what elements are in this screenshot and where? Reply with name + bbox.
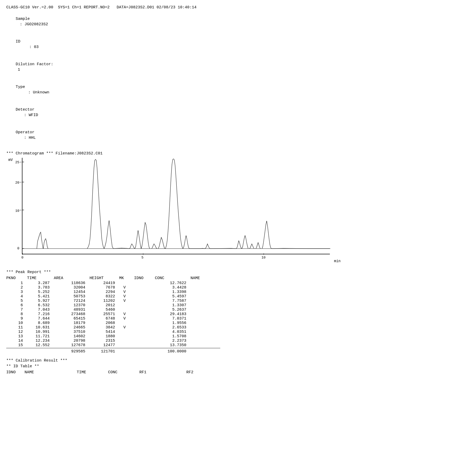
chart-svg: 3.287 3.783 5.252 5.421 5.927 6.532 xyxy=(22,158,330,254)
table-row: 6 6.532 12370 2012 1.3307 xyxy=(6,303,220,308)
id-line: ID : 03 xyxy=(6,33,470,56)
chart-container: 3.287 3.783 5.252 5.421 5.927 6.532 xyxy=(22,158,330,254)
table-header-row: PKNO TIME AREA HEIGHT MK IDNO CONC NAME xyxy=(6,276,220,281)
cell-pkno: 6 xyxy=(6,303,27,308)
x-tickmark-5 xyxy=(143,253,143,255)
cell-pkno: 12 xyxy=(6,330,27,334)
cell-mk xyxy=(119,321,134,325)
cell-pkno: 4 xyxy=(6,294,27,299)
peak-report-title: *** Peak Report *** xyxy=(6,270,470,274)
cell-conc: 13.7350 xyxy=(155,343,191,347)
cell-idno xyxy=(134,290,155,294)
cell-idno xyxy=(134,339,155,343)
cell-conc: 7.7587 xyxy=(155,299,191,303)
cell-conc: 1.5708 xyxy=(155,334,191,339)
cell-area: 65415 xyxy=(54,316,90,321)
cell-conc: 5.4597 xyxy=(155,294,191,299)
calibration-section: *** Calibration Result *** ** ID Table *… xyxy=(6,358,470,375)
y-tick-mark-25 xyxy=(20,162,21,162)
cell-name xyxy=(191,290,220,294)
id-table-title: ** ID Table ** xyxy=(6,364,470,370)
cell-area: 118636 xyxy=(54,281,90,285)
cell-mk: V xyxy=(119,316,134,321)
cal-col-conc: CONC xyxy=(108,370,139,375)
cell-idno xyxy=(134,334,155,339)
cell-time: 10.631 xyxy=(27,325,54,330)
x-unit-label: min xyxy=(334,259,341,263)
cell-height: 24419 xyxy=(90,281,119,285)
cell-name xyxy=(191,299,220,303)
table-row: 1 3.287 118636 24419 12.7622 xyxy=(6,281,220,285)
cell-height: 5460 xyxy=(90,308,119,312)
table-row: 14 12.234 20798 2315 2.2373 xyxy=(6,339,220,343)
cell-name xyxy=(191,339,220,343)
col-pkno: PKNO xyxy=(6,276,27,281)
sample-line: Sample : JGO20823S2 xyxy=(6,10,470,33)
cell-conc: 3.4428 xyxy=(155,285,191,290)
cell-name xyxy=(191,330,220,334)
cell-name xyxy=(191,308,220,312)
cell-mk: V xyxy=(119,290,134,294)
cell-mk xyxy=(119,303,134,308)
cell-conc: 29.4183 xyxy=(155,312,191,316)
cell-mk: V xyxy=(119,285,134,290)
cell-conc: 2.6533 xyxy=(155,325,191,330)
header-line1: CLASS-GC10 Ver.=2.00 SYS=1 Ch=1 REPORT.N… xyxy=(6,5,470,10)
cell-pkno: 3 xyxy=(6,290,27,294)
y-tick-0: 0 xyxy=(10,246,19,250)
cell-pkno: 14 xyxy=(6,339,27,343)
type-value: : Unknown xyxy=(28,90,49,95)
id-value: : 03 xyxy=(29,45,39,49)
table-row: 8 7.216 273468 25571 V 29.4183 xyxy=(6,312,220,316)
cell-mk xyxy=(119,334,134,339)
cell-pkno: 2 xyxy=(6,285,27,290)
cell-area: 72124 xyxy=(54,299,90,303)
cell-pkno: 1 xyxy=(6,281,27,285)
cell-idno xyxy=(134,308,155,312)
cell-name xyxy=(191,343,220,347)
table-row: 12 10.991 37510 5414 4.0351 xyxy=(6,330,220,334)
x-tickmark-10 xyxy=(264,253,264,255)
cell-name xyxy=(191,294,220,299)
y-tick-mark-20 xyxy=(20,182,21,182)
cell-pkno: 15 xyxy=(6,343,27,347)
cell-mk: V xyxy=(119,325,134,330)
cell-time: 5.927 xyxy=(27,299,54,303)
cell-time: 7.216 xyxy=(27,312,54,316)
cell-idno xyxy=(134,285,155,290)
y-tick-25: 25 xyxy=(10,160,19,164)
table-row: 5 5.927 72124 11202 V 7.7587 xyxy=(6,299,220,303)
cell-height: 1880 xyxy=(90,334,119,339)
calibration-title: *** Calibration Result *** xyxy=(6,358,470,364)
cell-name xyxy=(191,281,220,285)
cal-col-rf2: RF2 xyxy=(186,370,218,375)
cell-name xyxy=(191,316,220,321)
cell-height: 3842 xyxy=(90,325,119,330)
cell-idno xyxy=(134,330,155,334)
table-row: 13 11.721 14602 1880 1.5708 xyxy=(6,334,220,339)
dilution-value: 1 xyxy=(18,68,20,72)
id-label: ID xyxy=(16,39,20,44)
cell-area: 12454 xyxy=(54,290,90,294)
table-row: 2 3.783 32004 7678 V 3.4428 xyxy=(6,285,220,290)
cell-mk xyxy=(119,339,134,343)
cell-conc: 12.7622 xyxy=(155,281,191,285)
total-conc: 100.0000 xyxy=(155,349,191,354)
cell-area: 20798 xyxy=(54,339,90,343)
cell-height: 2294 xyxy=(90,290,119,294)
cell-mk xyxy=(119,281,134,285)
cell-mk xyxy=(119,343,134,347)
cell-pkno: 5 xyxy=(6,299,27,303)
calibration-columns-row: IDNO NAME TIME CONC RF1 RF2 xyxy=(6,370,470,375)
sample-value: : JGO20823S2 xyxy=(20,22,48,27)
cell-idno xyxy=(134,316,155,321)
cell-area: 32004 xyxy=(54,285,90,290)
cell-idno xyxy=(134,343,155,347)
cell-time: 3.783 xyxy=(27,285,54,290)
cell-height: 2315 xyxy=(90,339,119,343)
cell-idno xyxy=(134,294,155,299)
dilution-label: Dilution Factor: xyxy=(16,62,53,67)
cell-idno xyxy=(134,325,155,330)
cell-pkno: 8 xyxy=(6,312,27,316)
col-idno: IDNO xyxy=(134,276,155,281)
